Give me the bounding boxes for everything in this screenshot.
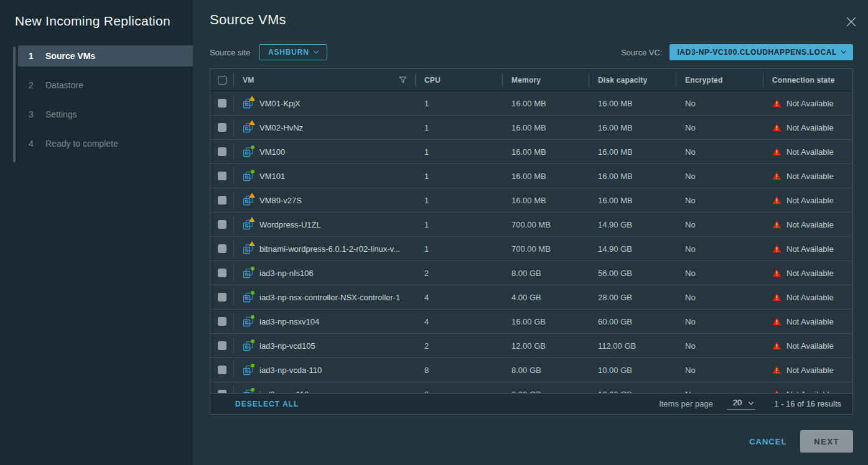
- column-header-cpu[interactable]: CPU: [416, 69, 503, 91]
- vm-ok-badge: [251, 291, 254, 295]
- cancel-button[interactable]: CANCEL: [749, 437, 786, 446]
- pagination: Items per page 20 1 - 16 of 16 results: [659, 398, 841, 410]
- warning-icon: [772, 220, 782, 229]
- column-header-disk[interactable]: Disk capacity: [589, 69, 676, 91]
- step-ready-to-complete[interactable]: 4 Ready to complete: [18, 133, 193, 154]
- filter-icon[interactable]: [399, 76, 407, 84]
- column-header-encrypted[interactable]: Encrypted: [676, 69, 763, 91]
- row-checkbox[interactable]: [218, 99, 226, 108]
- row-checkbox[interactable]: [218, 220, 226, 229]
- connection-label: Not Available: [786, 269, 834, 278]
- table-footer: DESELECT ALL Items per page 20 1 - 16 of…: [210, 393, 852, 414]
- step-label: Source VMs: [45, 51, 95, 61]
- table-row[interactable]: iad3-np-vcd105 2 12.00 GB 112.00 GB No N…: [210, 334, 852, 358]
- warning-icon: [772, 269, 782, 277]
- dialog-title: New Incoming Replication: [15, 14, 170, 29]
- page-title: Source VMs: [210, 12, 286, 28]
- step-datastore[interactable]: 2 Datastore: [18, 75, 193, 96]
- table-row[interactable]: iad3-np-nfs106 2 8.00 GB 56.00 GB No Not…: [210, 261, 852, 285]
- vm-warning-badge: [249, 241, 255, 246]
- encrypted-cell: No: [676, 358, 763, 382]
- encrypted-cell: No: [676, 334, 763, 357]
- warning-icon: [772, 147, 782, 156]
- row-checkbox[interactable]: [218, 123, 226, 132]
- row-checkbox-cell: [210, 164, 234, 188]
- table-row[interactable]: Wordpress-U1ZL 1 700.00 MB 14.90 GB No N…: [210, 213, 852, 237]
- vm-name: bitnami-wordpress-6.0.1-2-r02-linux-v...: [259, 244, 400, 254]
- vm-warning-badge: [249, 120, 255, 125]
- source-vc-dropdown[interactable]: IAD3-NP-VC100.CLOUDHAPPENS.LOCAL: [670, 44, 853, 60]
- step-source-vms[interactable]: 1 Source VMs: [18, 45, 193, 67]
- source-site-button[interactable]: ASHBURN: [259, 44, 327, 60]
- deselect-all-button[interactable]: DESELECT ALL: [235, 400, 299, 408]
- row-checkbox[interactable]: [218, 317, 226, 326]
- row-checkbox[interactable]: [218, 341, 226, 350]
- encrypted-cell: No: [676, 116, 763, 139]
- vm-name: iad3-np-vr110: [259, 390, 309, 394]
- vm-ok-badge: [251, 364, 254, 367]
- vm-cell: VM01-KpjX: [234, 91, 416, 115]
- table-row[interactable]: VM89-v27S 1 16.00 MB 16.00 MB No Not Ava…: [210, 188, 852, 213]
- table-row[interactable]: VM02-HvNz 1 16.00 MB 16.00 MB No Not Ava…: [210, 116, 852, 140]
- row-checkbox[interactable]: [218, 147, 226, 156]
- table-row[interactable]: VM101 1 16.00 MB 16.00 MB No Not Availab…: [210, 164, 852, 188]
- table-row[interactable]: iad3-np-nsx-controller-NSX-controller-1 …: [210, 285, 852, 310]
- vm-ok-badge: [251, 170, 254, 173]
- warning-icon: [772, 317, 782, 326]
- row-checkbox[interactable]: [218, 366, 226, 374]
- connection-label: Not Available: [786, 99, 834, 108]
- vm-cell: bitnami-wordpress-6.0.1-2-r02-linux-v...: [234, 237, 416, 260]
- table-row[interactable]: iad3-np-vr110 2 8.00 GB 16.00 GB No Not …: [210, 382, 852, 393]
- row-checkbox[interactable]: [218, 172, 226, 180]
- close-icon[interactable]: [846, 16, 858, 29]
- connection-cell: Not Available: [763, 310, 852, 333]
- table-row[interactable]: iad3-np-nsxv104 4 16.00 GB 60.00 GB No N…: [210, 310, 852, 334]
- row-checkbox[interactable]: [218, 196, 226, 205]
- memory-cell: 8.00 GB: [503, 261, 589, 285]
- row-checkbox[interactable]: [218, 269, 226, 277]
- vm-cell: iad3-np-nsx-controller-NSX-controller-1: [234, 285, 416, 309]
- step-number: 1: [29, 51, 40, 61]
- row-checkbox-cell: [210, 213, 234, 236]
- memory-cell: 16.00 MB: [503, 140, 589, 163]
- row-checkbox[interactable]: [218, 390, 226, 393]
- select-all-checkbox[interactable]: [218, 76, 226, 85]
- items-per-page-select[interactable]: 20: [727, 398, 755, 410]
- vm-cell: iad3-np-vcda-110: [234, 358, 416, 382]
- step-label: Ready to complete: [45, 139, 118, 149]
- steps-track: [13, 47, 16, 162]
- vm-name: iad3-np-nsxv104: [259, 317, 319, 326]
- row-checkbox[interactable]: [218, 244, 226, 253]
- connection-cell: Not Available: [763, 358, 852, 382]
- encrypted-cell: No: [676, 310, 763, 333]
- table-row[interactable]: VM100 1 16.00 MB 16.00 MB No Not Availab…: [210, 140, 852, 164]
- column-header-connection[interactable]: Connection state: [763, 69, 852, 91]
- connection-label: Not Available: [786, 366, 834, 375]
- disk-cell: 14.90 GB: [589, 237, 676, 260]
- row-checkbox[interactable]: [218, 293, 226, 302]
- warning-icon: [772, 172, 782, 180]
- connection-cell: Not Available: [763, 91, 852, 115]
- vm-ok-badge: [251, 388, 254, 392]
- step-settings[interactable]: 3 Settings: [18, 104, 193, 125]
- encrypted-cell: No: [676, 140, 763, 163]
- row-checkbox-cell: [210, 358, 234, 382]
- table-row[interactable]: bitnami-wordpress-6.0.1-2-r02-linux-v...…: [210, 237, 852, 261]
- table-row[interactable]: VM01-KpjX 1 16.00 MB 16.00 MB No Not Ava…: [210, 91, 852, 116]
- warning-icon: [772, 390, 782, 393]
- table-row[interactable]: iad3-np-vcda-110 8 8.00 GB 10.00 GB No N…: [210, 358, 852, 382]
- disk-cell: 28.00 GB: [589, 285, 676, 309]
- row-checkbox-cell: [210, 91, 234, 115]
- next-button[interactable]: NEXT: [800, 430, 853, 453]
- memory-cell: 4.00 GB: [503, 285, 589, 309]
- column-header-vm[interactable]: VM: [234, 69, 416, 91]
- connection-cell: Not Available: [763, 334, 852, 357]
- disk-cell: 16.00 MB: [589, 116, 676, 139]
- encrypted-cell: No: [676, 261, 763, 285]
- connection-cell: Not Available: [763, 140, 852, 163]
- vm-cell: iad3-np-nsxv104: [234, 310, 416, 333]
- memory-cell: 12.00 GB: [503, 334, 589, 357]
- row-checkbox-cell: [210, 261, 234, 285]
- vm-name: VM02-HvNz: [259, 123, 303, 132]
- column-header-memory[interactable]: Memory: [503, 69, 589, 91]
